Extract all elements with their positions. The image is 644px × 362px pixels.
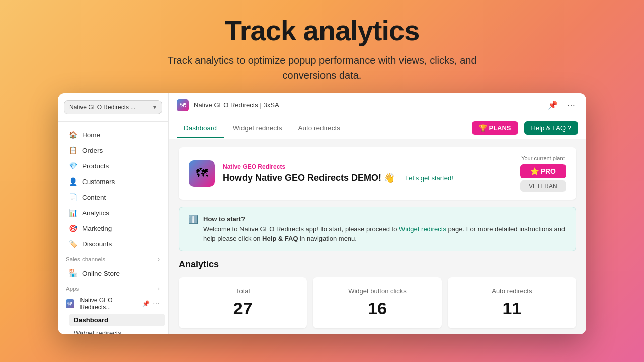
sidebar-nav: 🏠 Home 📋 Orders 💎 Products 👤 Customers 📄… [58,122,168,334]
sidebar-item-content[interactable]: 📄 Content [61,190,165,205]
pro-badge: ⭐ PRO [520,164,566,178]
sidebar-item-orders[interactable]: 📋 Orders [61,143,165,158]
help-faq-button[interactable]: Help & FAQ ? [524,121,578,135]
top-bar: 🗺 Native GEO Redirects | 3xSA 📌 ⋯ [169,93,586,117]
auto-redirects-value: 11 [458,299,566,318]
widget-clicks-label: Widget button clicks [323,287,431,295]
expand-icon: › [158,256,160,263]
welcome-card: 🗺 Native GEO Redirects Howdy Native GEO … [179,147,576,200]
sub-item-widget-redirects[interactable]: Widget redirects [69,327,165,334]
sidebar-item-home[interactable]: 🏠 Home [61,127,165,142]
auto-redirects-card: Auto redirects 11 [448,277,576,328]
hero-subtitle: Track analytics to optimize popup perfor… [146,53,498,83]
nav-label-customers: Customers [82,178,115,186]
app-window: Native GEO Redirects ... ▾ 🏠 Home 📋 Orde… [58,93,586,334]
apps-label: Apps › [58,281,168,294]
widget-clicks-value: 16 [323,299,431,318]
total-card: Total 27 [179,277,307,328]
sidebar-item-products[interactable]: 💎 Products [61,158,165,173]
app-logo: 🗺 [177,99,189,111]
nav-label-content: Content [82,194,106,201]
chevron-down-icon: ▾ [153,104,156,111]
products-icon: 💎 [69,162,77,170]
sidebar-item-discounts[interactable]: 🏷️ Discounts [61,236,165,251]
orders-icon: 📋 [69,146,77,154]
tabs-bar: Dashboard Widget redirects Auto redirect… [169,117,586,139]
welcome-heading: Howdy Native GEO Redirects DEMO! 👋 Let's… [223,172,512,184]
app-logo-icon: 🗺 [66,299,74,308]
tab-dashboard[interactable]: Dashboard [177,119,224,138]
marketing-icon: 🎯 [69,224,77,232]
discounts-icon: 🏷️ [69,240,77,248]
expand-icon-2: › [158,285,160,292]
tab-widget-redirects[interactable]: Widget redirects [226,119,289,138]
total-label: Total [189,287,297,295]
pin-button[interactable]: 📌 [546,98,560,112]
more-button[interactable]: ⋯ [564,98,578,112]
store-name: Native GEO Redirects ... [69,104,135,111]
plans-button[interactable]: 🏆 PLANS [472,121,518,135]
store-selector[interactable]: Native GEO Redirects ... ▾ [64,100,162,114]
plan-block: Your current plan: ⭐ PRO VETERAN [520,155,566,192]
apps-row[interactable]: 🗺 Native GEO Redirects... 📌 ⋯ [58,294,168,313]
sidebar-top: Native GEO Redirects ... ▾ [58,93,168,122]
nav-label-analytics: Analytics [82,209,109,217]
welcome-logo: 🗺 [189,160,215,187]
sidebar-sub-nav: Dashboard Widget redirects Auto redirect… [58,314,168,334]
top-bar-actions: 📌 ⋯ [546,98,578,112]
hero-title: Track analytics [146,14,498,47]
sidebar-item-online-store[interactable]: 🏪 Online Store [61,265,165,281]
top-bar-title: Native GEO Redirects | 3xSA [194,101,279,109]
widget-redirects-link[interactable]: Widget redirects [399,225,446,233]
nav-label-discounts: Discounts [82,240,112,248]
main-content: 🗺 Native GEO Redirects | 3xSA 📌 ⋯ Dashbo… [169,93,586,334]
veteran-badge: VETERAN [520,180,566,192]
sidebar-item-marketing[interactable]: 🎯 Marketing [61,221,165,236]
sidebar: Native GEO Redirects ... ▾ 🏠 Home 📋 Orde… [58,93,169,334]
app-name-label: Native GEO Redirects... [80,297,139,311]
get-started-link[interactable]: Let's get started! [405,174,453,182]
analytics-icon: 📊 [69,209,77,217]
sidebar-item-analytics[interactable]: 📊 Analytics [61,205,165,220]
analytics-cards: Total 27 Widget button clicks 16 Auto re… [179,277,576,328]
analytics-section-title: Analytics [179,259,576,270]
nav-label-marketing: Marketing [82,225,112,232]
nav-label-home: Home [82,131,100,139]
ellipsis-icon: ⋯ [153,300,160,308]
welcome-app-name: Native GEO Redirects [223,163,512,170]
plan-label: Your current plan: [520,155,566,161]
info-box: ℹ️ How to start? Welcome to Native GEO R… [179,207,576,251]
info-text: How to start? Welcome to Native GEO Redi… [203,214,567,244]
content-icon: 📄 [69,193,77,201]
sub-item-dashboard[interactable]: Dashboard [69,314,165,326]
pin-icon: 📌 [142,300,150,307]
store-icon: 🏪 [69,269,77,277]
widget-clicks-card: Widget button clicks 16 [313,277,441,328]
tab-auto-redirects[interactable]: Auto redirects [291,119,347,138]
nav-label-products: Products [82,162,109,170]
info-icon: ℹ️ [188,215,198,244]
auto-redirects-label: Auto redirects [458,287,566,295]
info-title: How to start? [203,215,245,223]
sidebar-item-customers[interactable]: 👤 Customers [61,174,165,189]
home-icon: 🏠 [69,131,77,139]
sales-channels-label: Sales channels › [58,252,168,265]
nav-label-online-store: Online Store [82,269,120,277]
page-body: 🗺 Native GEO Redirects Howdy Native GEO … [169,139,586,334]
total-value: 27 [189,299,297,318]
welcome-text-block: Native GEO Redirects Howdy Native GEO Re… [223,163,512,184]
nav-label-orders: Orders [82,147,103,154]
hero-section: Track analytics Track analytics to optim… [136,0,508,93]
customers-icon: 👤 [69,177,77,186]
